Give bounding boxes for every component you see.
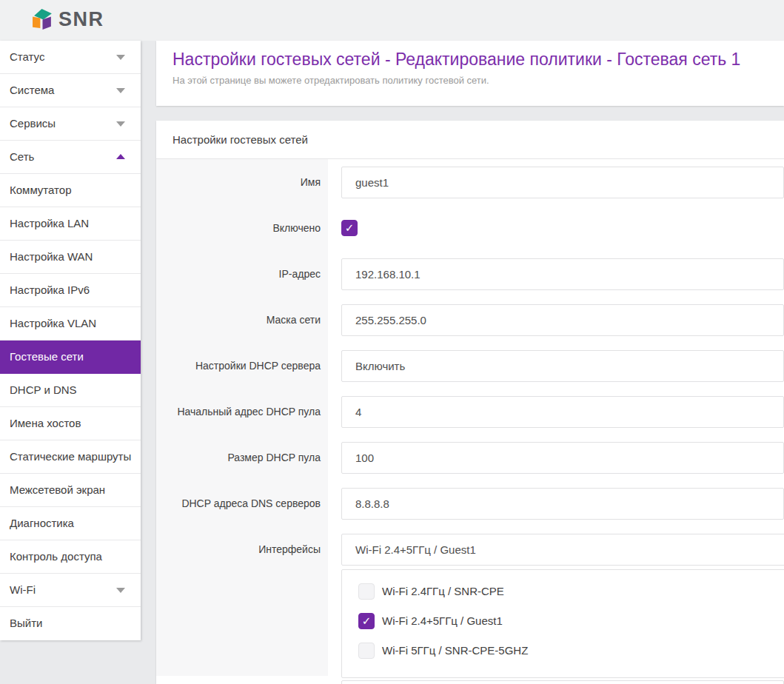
sidebar-item-label: Настройка VLAN [10, 317, 96, 329]
sidebar-item-hostnames[interactable]: Имена хостов [0, 407, 141, 440]
chevron-down-icon [116, 55, 125, 60]
dhcp-dns-input[interactable] [341, 488, 784, 520]
interface-option-checkbox[interactable] [358, 583, 375, 600]
interface-option: Wi-Fi 5ГГц / SNR-CPE-5GHZ [358, 643, 784, 659]
form-row-interfaces: Интерфейсы Wi-Fi 2.4+5ГГц / Guest1 Wi-Fi… [156, 526, 784, 676]
sidebar-item-access-control[interactable]: Контроль доступа [0, 540, 141, 574]
field-label: IP-адрес [156, 251, 328, 297]
sidebar-item-label: Настройка LAN [10, 217, 89, 229]
sidebar-item-system[interactable]: Система [0, 74, 141, 107]
page-title-card: Настройки гостевых сетей - Редактировани… [156, 41, 784, 106]
sidebar-item-services[interactable]: Сервисы [0, 107, 141, 141]
sidebar-item-label: Статические маршруты [10, 450, 131, 463]
sidebar-item-vlan-settings[interactable]: Настройка VLAN [0, 307, 141, 341]
page-subtitle: На этой странице вы можете отредактирова… [156, 70, 784, 86]
sidebar-item-label: Межсетевой экран [10, 483, 105, 496]
sidebar-item-diagnostics[interactable]: Диагностика [0, 507, 141, 540]
sidebar-item-firewall[interactable]: Межсетевой экран [0, 474, 141, 507]
sidebar-item-label: Сервисы [10, 117, 56, 130]
sidebar-item-ipv6-settings[interactable]: Настройка IPv6 [0, 274, 141, 307]
form-row-dhcp-server: Настройки DHCP сервера Включить [156, 343, 784, 389]
sidebar-item-network[interactable]: Сеть [0, 141, 141, 174]
guest-network-form-card: Настройки гостевых сетей Имя Включено IP… [156, 121, 784, 684]
sidebar-item-label: DHCP и DNS [10, 383, 77, 396]
sidebar-item-logout[interactable]: Выйти [0, 607, 141, 640]
sidebar-item-label: Настройка IPv6 [10, 284, 90, 296]
chevron-up-icon [116, 154, 125, 159]
field-label: Начальный адрес DHCP пула [156, 389, 328, 435]
dhcp-limit-input[interactable] [341, 442, 784, 474]
brand-logo[interactable]: SNR [33, 8, 104, 30]
form-row-dhcp-start: Начальный адрес DHCP пула [156, 389, 784, 435]
interface-option-label: Wi-Fi 2.4ГГц / SNR-CPE [382, 583, 504, 600]
brand-name: SNR [58, 8, 104, 30]
chevron-down-icon [116, 588, 125, 593]
name-input[interactable] [341, 167, 784, 198]
interfaces-select[interactable]: Wi-Fi 2.4+5ГГц / Guest1 [341, 534, 784, 566]
sidebar-item-lan-settings[interactable]: Настройка LAN [0, 207, 141, 241]
sidebar-item-label: Система [10, 84, 54, 96]
interface-option-checkbox[interactable] [358, 613, 375, 629]
sidebar-item-status[interactable]: Статус [0, 41, 141, 74]
netmask-input[interactable] [341, 304, 784, 336]
sidebar-item-label: Диагностика [10, 517, 74, 529]
form-row-name: Имя [156, 159, 784, 205]
sidebar-item-label: Имена хостов [10, 417, 81, 429]
interfaces-option-list: Wi-Fi 2.4ГГц / SNR-CPE Wi-Fi 2.4+5ГГц / … [341, 569, 784, 678]
sidebar-item-label: Настройка WAN [10, 250, 93, 263]
interface-option-label: Wi-Fi 2.4+5ГГц / Guest1 [382, 613, 503, 629]
topbar: SNR [0, 0, 784, 41]
form-row-ip-address: IP-адрес [156, 251, 784, 297]
page-title: Настройки гостевых сетей - Редактировани… [156, 41, 784, 70]
interface-option: Wi-Fi 2.4+5ГГц / Guest1 [358, 613, 784, 629]
field-label: Имя [156, 159, 328, 205]
sidebar-item-label: Выйти [10, 617, 42, 629]
interface-option-label: Wi-Fi 5ГГц / SNR-CPE-5GHZ [382, 643, 528, 659]
sidebar-item-guest-networks[interactable]: Гостевые сети [0, 341, 141, 374]
field-label [156, 676, 328, 684]
form-row-dhcp-dns: DHCP адреса DNS серверов [156, 480, 784, 526]
interface-option: Wi-Fi 2.4ГГц / SNR-CPE [358, 583, 784, 600]
sidebar-item-static-routes[interactable]: Статические маршруты [0, 440, 141, 474]
sidebar-item-label: Статус [10, 50, 44, 63]
form-row-dhcp-limit: Размер DHCP пула [156, 435, 784, 480]
form-row-netmask: Маска сети [156, 297, 784, 343]
section-title: Настройки гостевых сетей [156, 121, 784, 159]
sidebar-item-wifi[interactable]: Wi-Fi [0, 574, 141, 607]
snr-cube-icon [33, 8, 53, 30]
field-label: Настройки DHCP сервера [156, 343, 328, 389]
chevron-down-icon [116, 88, 125, 93]
dhcp-start-input[interactable] [341, 396, 784, 428]
sidebar-item-label: Коммутатор [10, 184, 71, 196]
interface-option-checkbox[interactable] [358, 643, 375, 659]
sidebar-item-wan-settings[interactable]: Настройка WAN [0, 241, 141, 274]
sidebar-item-label: Wi-Fi [10, 583, 36, 596]
sidebar-item-label: Гостевые сети [10, 350, 84, 363]
form-row-enabled: Включено [156, 205, 784, 251]
ip-address-input[interactable] [341, 258, 784, 290]
sidebar-item-dhcp-dns[interactable]: DHCP и DNS [0, 374, 141, 407]
field-label: Интерфейсы [156, 526, 328, 676]
field-label: DHCP адреса DNS серверов [156, 480, 328, 526]
field-label: Маска сети [156, 297, 328, 343]
field-label: Размер DHCP пула [156, 435, 328, 480]
form-body: Имя Включено IP-адрес Маска сети Настрой… [156, 159, 784, 684]
sidebar: Статус Система Сервисы Сеть Коммутатор Н… [0, 41, 141, 640]
next-field-input[interactable] [341, 680, 784, 684]
sidebar-item-label: Сеть [10, 150, 34, 163]
dhcp-server-select[interactable]: Включить [341, 350, 784, 382]
field-label: Включено [156, 205, 328, 251]
chevron-down-icon [116, 121, 125, 127]
sidebar-item-switch[interactable]: Коммутатор [0, 174, 141, 207]
sidebar-item-label: Контроль доступа [10, 550, 102, 563]
enabled-checkbox[interactable] [341, 220, 358, 236]
interfaces-field: Wi-Fi 2.4+5ГГц / Guest1 Wi-Fi 2.4ГГц / S… [328, 526, 784, 676]
